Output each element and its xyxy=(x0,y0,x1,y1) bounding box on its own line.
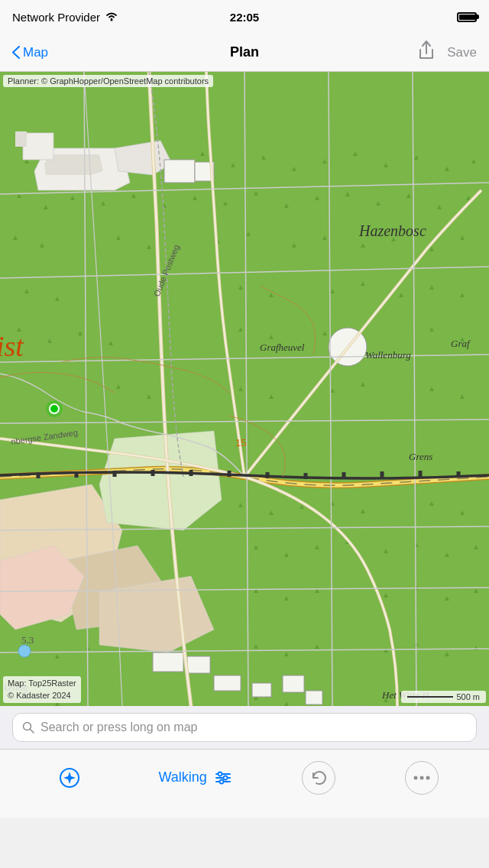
map-attribution-bottom: Map: Top25Raster © Kadaster 2024 xyxy=(3,676,81,703)
svg-text:▲: ▲ xyxy=(382,546,390,555)
share-button[interactable] xyxy=(418,40,435,65)
svg-text:▲: ▲ xyxy=(11,233,19,241)
carrier-label: Network Provider xyxy=(12,11,100,24)
svg-text:▲: ▲ xyxy=(23,287,31,295)
svg-text:▲: ▲ xyxy=(107,338,115,347)
svg-text:▲: ▲ xyxy=(313,642,321,650)
svg-text:▲: ▲ xyxy=(413,540,420,549)
svg-point-185 xyxy=(223,776,227,779)
walking-mode-button[interactable]: Walking xyxy=(158,769,231,785)
svg-rect-131 xyxy=(153,653,183,672)
svg-rect-135 xyxy=(283,675,304,692)
svg-text:▲: ▲ xyxy=(413,153,420,161)
svg-text:Hazenbosc: Hazenbosc xyxy=(358,222,426,239)
svg-rect-134 xyxy=(252,683,271,697)
svg-text:▲: ▲ xyxy=(428,384,436,393)
svg-text:▲: ▲ xyxy=(329,386,336,394)
svg-text:▲: ▲ xyxy=(69,193,76,202)
svg-text:▲: ▲ xyxy=(283,594,290,602)
svg-text:▲: ▲ xyxy=(267,332,275,341)
svg-text:▲: ▲ xyxy=(199,149,206,157)
svg-text:Grafheuvel: Grafheuvel xyxy=(260,342,305,353)
svg-text:▲: ▲ xyxy=(397,290,405,299)
svg-point-184 xyxy=(218,772,222,776)
svg-line-179 xyxy=(31,730,34,734)
scale-line-icon xyxy=(407,696,453,698)
attribution-bottom-line2: © Kadaster 2024 xyxy=(8,690,76,701)
svg-text:▲: ▲ xyxy=(290,164,298,173)
svg-text:▲: ▲ xyxy=(313,586,321,594)
svg-text:Graf: Graf xyxy=(451,338,471,349)
search-input-wrapper[interactable]: Search or press long on map xyxy=(12,713,477,742)
svg-text:▲: ▲ xyxy=(237,384,244,393)
svg-text:▲: ▲ xyxy=(382,160,390,169)
svg-rect-125 xyxy=(15,131,27,147)
svg-text:▲: ▲ xyxy=(443,594,451,602)
svg-text:▲: ▲ xyxy=(413,583,420,591)
svg-text:▲: ▲ xyxy=(283,201,290,209)
svg-text:▲: ▲ xyxy=(260,153,267,161)
svg-text:Grens: Grens xyxy=(409,451,432,462)
walking-label: Walking xyxy=(158,769,206,785)
svg-rect-138 xyxy=(164,160,195,183)
svg-text:▲: ▲ xyxy=(42,202,50,211)
svg-text:▲: ▲ xyxy=(321,157,329,165)
svg-rect-132 xyxy=(187,656,210,673)
search-placeholder: Search or press long on map xyxy=(40,721,197,734)
svg-text:▲: ▲ xyxy=(237,325,244,333)
svg-text:▲: ▲ xyxy=(374,199,382,207)
svg-text:▲: ▲ xyxy=(382,591,390,599)
svg-text:▲: ▲ xyxy=(53,294,61,303)
svg-text:▲: ▲ xyxy=(359,241,367,249)
map-container[interactable]: ▲▲ ▲▲ ▲▲ ▲▲ ▲▲ ▲▲ ▲▲ ▲▲ ▲▲ ▲▲ ▲▲ ▲▲ ▲▲ ▲… xyxy=(0,72,489,706)
svg-text:▲: ▲ xyxy=(458,233,466,241)
svg-point-0 xyxy=(111,18,113,21)
bottom-toolbar: Walking xyxy=(0,749,489,818)
more-button[interactable] xyxy=(405,761,439,795)
svg-rect-133 xyxy=(214,675,241,691)
svg-text:▲: ▲ xyxy=(252,586,260,594)
back-label: Map xyxy=(23,45,48,60)
svg-text:▲: ▲ xyxy=(359,507,367,515)
svg-point-186 xyxy=(219,779,223,783)
svg-text:ist: ist xyxy=(0,330,24,362)
more-icon xyxy=(413,776,430,780)
scale-bar: 500 m xyxy=(401,691,486,703)
location-button[interactable] xyxy=(50,759,89,797)
back-button[interactable]: Map xyxy=(12,45,48,60)
svg-text:▲: ▲ xyxy=(145,392,153,400)
svg-text:▲: ▲ xyxy=(252,542,260,551)
svg-text:▲: ▲ xyxy=(443,550,451,559)
svg-text:▲: ▲ xyxy=(267,508,275,517)
svg-text:▲: ▲ xyxy=(472,643,480,652)
svg-text:▲: ▲ xyxy=(115,382,122,390)
svg-text:▲: ▲ xyxy=(130,191,138,199)
wifi-icon xyxy=(105,11,118,24)
battery-icon xyxy=(457,12,477,22)
svg-text:▲: ▲ xyxy=(160,201,168,209)
svg-text:▲: ▲ xyxy=(313,193,321,202)
svg-text:▲: ▲ xyxy=(115,233,122,241)
svg-text:▲: ▲ xyxy=(191,193,199,202)
svg-text:▲: ▲ xyxy=(252,642,260,650)
svg-text:Wallenburg: Wallenburg xyxy=(365,349,411,361)
nav-bar: Map Plan Save xyxy=(0,34,489,72)
svg-text:▲: ▲ xyxy=(428,283,436,291)
svg-text:▲: ▲ xyxy=(252,189,260,197)
svg-text:15: 15 xyxy=(235,437,246,449)
svg-text:▲: ▲ xyxy=(145,242,153,251)
svg-text:▲: ▲ xyxy=(321,233,329,241)
search-icon xyxy=(22,721,34,734)
undo-icon xyxy=(310,769,327,786)
svg-text:▲: ▲ xyxy=(283,699,290,706)
search-bar: Search or press long on map xyxy=(0,706,489,749)
svg-text:▲: ▲ xyxy=(458,392,466,400)
undo-button[interactable] xyxy=(302,761,335,795)
svg-text:▲: ▲ xyxy=(329,499,336,507)
svg-text:▲: ▲ xyxy=(443,649,451,658)
svg-text:▲: ▲ xyxy=(222,199,229,207)
save-button[interactable]: Save xyxy=(447,45,477,60)
svg-text:▲: ▲ xyxy=(237,500,244,509)
page-title: Plan xyxy=(230,44,259,60)
svg-text:▲: ▲ xyxy=(237,283,244,291)
